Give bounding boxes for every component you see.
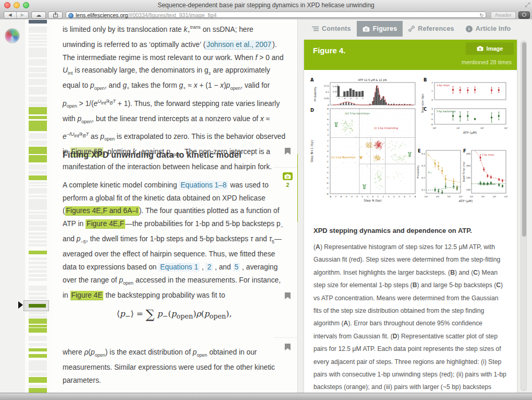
minimap-bar[interactable] [29, 164, 47, 170]
bookmark-icon[interactable] [285, 292, 291, 299]
minimap-bar[interactable] [29, 107, 47, 114]
top-sites-button[interactable] [518, 11, 530, 19]
svg-text:-3: -3 [431, 108, 433, 110]
back-button[interactable]: ◀ [4, 12, 16, 18]
minimap-bar[interactable] [29, 232, 47, 235]
tab-references[interactable]: References [403, 21, 460, 37]
minimap-bar[interactable] [29, 59, 47, 66]
minimap-bar[interactable] [29, 257, 47, 260]
minimap-bar[interactable] [29, 185, 47, 186]
minimap-bar[interactable] [29, 315, 47, 318]
figure-reference-camera-icon[interactable] [283, 172, 293, 180]
minimap-bar[interactable] [29, 251, 47, 254]
panel-scrollbar-thumb[interactable] [522, 42, 526, 237]
citation-johnson-2007[interactable]: Johnson et al., 2007 [205, 40, 272, 50]
minimap-bar[interactable] [29, 121, 47, 131]
minimap-bar[interactable] [29, 211, 47, 214]
icloud-tabs-button[interactable]: ☁ [31, 11, 46, 19]
figure-4-image[interactable]: AATP 12.5 µM & 12 pNProbability0.150.10.… [308, 73, 513, 212]
reload-icon[interactable]: ↻ [479, 12, 483, 18]
svg-text:10³: 10³ [458, 195, 462, 198]
minimap-bar[interactable] [29, 244, 47, 246]
minimap-bar[interactable] [29, 266, 47, 268]
minimap-bar[interactable] [29, 188, 47, 194]
bookmark-icon[interactable] [285, 344, 291, 350]
minimap-bar[interactable] [29, 155, 47, 162]
tab-article-info[interactable]: i Article Info [460, 21, 517, 37]
minimap-bar[interactable] [29, 343, 47, 346]
equation-ref[interactable]: 5 [233, 263, 240, 272]
minimap-bar[interactable] [29, 20, 47, 23]
address-bar[interactable]: lens.elifesciences.org/#00334/figures/te… [66, 11, 486, 18]
minimap-bar[interactable] [29, 312, 47, 314]
svg-text:-7: -7 [334, 195, 337, 198]
minimap-bar[interactable] [29, 140, 47, 146]
svg-text:1-bp steps: 1-bp steps [482, 154, 494, 156]
minimap-bar[interactable] [29, 328, 47, 333]
minimap-bar[interactable] [29, 292, 47, 295]
figure-ref[interactable]: Figure 4E [70, 291, 104, 300]
minimap-bar[interactable] [29, 133, 47, 139]
svg-text:400: 400 [466, 152, 470, 155]
equation-ref[interactable]: Equations 1–8 [179, 181, 228, 190]
minimap-bar[interactable] [29, 319, 47, 324]
document-minimap[interactable] [25, 19, 53, 393]
minimap-bar[interactable] [29, 388, 47, 393]
minimap-bar[interactable] [29, 97, 47, 102]
minimap-bar[interactable] [29, 372, 47, 376]
minimap-bar[interactable] [29, 195, 47, 197]
tab-contents[interactable]: Contents [306, 21, 357, 37]
minimap-bar[interactable] [29, 297, 47, 299]
minimap-bar[interactable] [29, 354, 47, 358]
minimap-bar[interactable] [29, 38, 47, 40]
minimap-bar[interactable] [29, 278, 47, 281]
minimap-bar[interactable] [29, 385, 47, 387]
minimap-bar[interactable] [29, 175, 47, 180]
fullscreen-icon[interactable]: ⤢ [525, 1, 530, 8]
minimap-bar[interactable] [29, 87, 47, 95]
minimap-bar[interactable] [29, 221, 47, 226]
figure-ref[interactable]: Figure 4E,F [86, 219, 125, 229]
minimap-bar[interactable] [29, 240, 47, 243]
minimap-bar[interactable] [29, 41, 47, 43]
minimap-bar[interactable] [29, 79, 47, 85]
tab-figures[interactable]: Figures [357, 21, 403, 37]
minimap-bar[interactable] [29, 48, 47, 57]
share-button[interactable] [48, 11, 63, 19]
minimap-bar[interactable] [29, 377, 47, 383]
figure-mention-count[interactable]: 2 [283, 182, 293, 188]
minimap-current-position[interactable] [23, 300, 49, 311]
minimap-bar[interactable] [29, 227, 47, 231]
minimap-bar[interactable] [29, 236, 47, 239]
minimap-bar[interactable] [29, 44, 47, 46]
minimap-bar[interactable] [29, 348, 47, 351]
equation-ref[interactable]: 2 [205, 263, 213, 272]
bookmark-icon[interactable] [285, 148, 291, 155]
minimap-bar[interactable] [29, 215, 47, 219]
figure-ref[interactable]: Figures 4E,F and 6A–I [65, 206, 139, 216]
forward-button[interactable]: ▶ [16, 12, 29, 18]
minimap-bar[interactable] [29, 274, 47, 277]
minimap-bar[interactable] [29, 182, 47, 184]
svg-text:Probability: Probability [313, 87, 317, 101]
minimap-bar[interactable] [29, 27, 47, 33]
minimap-bar[interactable] [29, 34, 47, 37]
image-button[interactable]: Image [466, 42, 514, 55]
minimap-bar[interactable] [29, 171, 47, 174]
lens-logo[interactable] [5, 28, 20, 43]
minimap-bar[interactable] [29, 325, 47, 327]
minimap-bar[interactable] [29, 147, 47, 154]
equation-ref[interactable]: Equations 1 [159, 263, 200, 272]
reader-button[interactable]: Reader [491, 11, 516, 19]
minimap-bar[interactable] [29, 116, 47, 119]
minimap-bar[interactable] [29, 270, 47, 273]
minimap-bar[interactable] [29, 286, 47, 291]
minimap-bar[interactable] [29, 67, 47, 72]
svg-text:0.2: 0.2 [421, 177, 425, 179]
minimap-bar[interactable] [29, 73, 47, 77]
minimap-bar[interactable] [29, 199, 47, 210]
minimap-bar[interactable] [29, 262, 47, 264]
minimap-bar[interactable] [29, 103, 47, 107]
minimap-bar[interactable] [29, 336, 47, 341]
minimap-bar[interactable] [29, 360, 47, 371]
